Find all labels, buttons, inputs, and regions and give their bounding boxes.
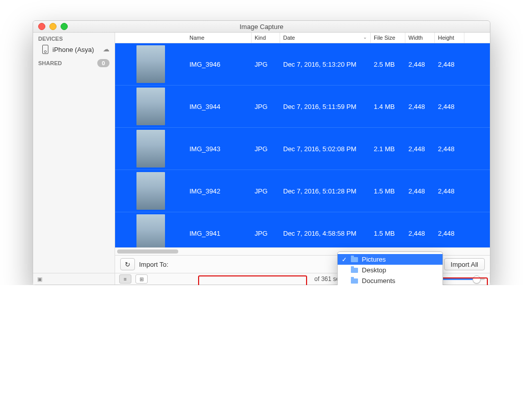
- sidebar-section-devices: DEVICES: [33, 33, 115, 43]
- menu-item-folder[interactable]: Documents: [338, 275, 443, 285]
- menu-item-label: Documents: [362, 277, 396, 285]
- folder-icon: [351, 257, 358, 262]
- thumbnail-image: [136, 214, 165, 247]
- table-row[interactable]: IMG_3941JPGDec 7, 2016, 4:58:58 PM1.5 MB…: [115, 212, 490, 247]
- name-cell: IMG_3944: [186, 103, 252, 110]
- thumbnail-image: [136, 45, 165, 83]
- name-cell: IMG_3942: [186, 187, 252, 195]
- folder-icon: [351, 278, 358, 284]
- shared-label: SHARED: [38, 60, 62, 66]
- kind-cell: JPG: [252, 61, 280, 68]
- thumbnail-size-slider[interactable]: [436, 278, 485, 280]
- col-height[interactable]: Height: [435, 33, 464, 43]
- phone-icon: [42, 45, 48, 54]
- height-cell: 2,448: [435, 145, 464, 153]
- thumb-cell: [115, 130, 186, 167]
- check-icon: ✓: [342, 256, 347, 263]
- sidebar: DEVICES iPhone (Asya) ☁ SHARED 0 ▣: [33, 33, 115, 285]
- cloud-icon: ☁: [103, 45, 109, 53]
- col-thumb[interactable]: [115, 33, 186, 43]
- width-cell: 2,448: [405, 145, 435, 153]
- kind-cell: JPG: [252, 103, 280, 110]
- width-cell: 2,448: [405, 103, 435, 110]
- size-cell: 2.5 MB: [371, 61, 405, 68]
- thumb-cell: [115, 88, 186, 125]
- import-to-menu: ✓PicturesDesktopDocumentsMoviesDownloads…: [337, 251, 443, 285]
- slider-knob[interactable]: [473, 275, 481, 284]
- date-cell: Dec 7, 2016, 5:11:59 PM: [280, 103, 371, 110]
- sidebar-section-shared: SHARED 0: [33, 56, 115, 68]
- list-view-button[interactable]: ≡: [119, 274, 131, 284]
- col-size[interactable]: File Size: [371, 33, 405, 43]
- date-cell: Dec 7, 2016, 5:02:08 PM: [280, 145, 371, 153]
- window-title: Image Capture: [33, 23, 490, 31]
- import-to-label: Import To:: [139, 261, 169, 268]
- menu-item-folder[interactable]: ✓Pictures: [338, 254, 443, 265]
- width-cell: 2,448: [405, 230, 435, 237]
- col-name[interactable]: Name: [186, 33, 252, 43]
- sidebar-item-device[interactable]: iPhone (Asya) ☁: [33, 43, 115, 56]
- col-kind[interactable]: Kind: [252, 33, 280, 43]
- name-cell: IMG_3946: [186, 61, 252, 68]
- kind-cell: JPG: [252, 187, 280, 195]
- menu-item-label: Desktop: [362, 266, 387, 274]
- kind-cell: JPG: [252, 145, 280, 153]
- import-all-button[interactable]: Import All: [444, 258, 485, 270]
- date-cell: Dec 7, 2016, 5:01:28 PM: [280, 187, 371, 195]
- grid-view-button[interactable]: ⊞: [135, 274, 148, 284]
- table-row[interactable]: IMG_3944JPGDec 7, 2016, 5:11:59 PM1.4 MB…: [115, 86, 490, 128]
- col-date[interactable]: Date⌄: [280, 33, 371, 43]
- size-cell: 1.5 MB: [371, 230, 405, 237]
- date-cell: Dec 7, 2016, 4:58:58 PM: [280, 230, 371, 237]
- shared-count-badge: 0: [97, 59, 109, 67]
- table-row[interactable]: IMG_3943JPGDec 7, 2016, 5:02:08 PM2.1 MB…: [115, 128, 490, 170]
- menu-item-folder[interactable]: Desktop: [338, 265, 443, 275]
- width-cell: 2,448: [405, 187, 435, 195]
- table-row[interactable]: IMG_3946JPGDec 7, 2016, 5:13:20 PM2.5 MB…: [115, 43, 490, 86]
- device-label: iPhone (Asya): [52, 46, 94, 53]
- thumbnail-image: [136, 172, 165, 210]
- col-width[interactable]: Width: [405, 33, 435, 43]
- height-cell: 2,448: [435, 103, 464, 110]
- thumb-cell: [115, 45, 186, 83]
- size-cell: 2.1 MB: [371, 145, 405, 153]
- main-pane: Name Kind Date⌄ File Size Width Height I…: [115, 33, 490, 285]
- thumbnail-image: [136, 88, 165, 125]
- rotate-button[interactable]: ↻: [120, 258, 135, 270]
- bottom-toolbar: ↻ Import To: ✓PicturesDesktopDocumentsMo…: [115, 255, 490, 273]
- file-list[interactable]: IMG_3946JPGDec 7, 2016, 5:13:20 PM2.5 MB…: [115, 43, 490, 247]
- size-cell: 1.4 MB: [371, 103, 405, 110]
- titlebar: Image Capture: [33, 21, 490, 33]
- folder-icon: [351, 268, 358, 273]
- date-cell: Dec 7, 2016, 5:13:20 PM: [280, 61, 371, 68]
- width-cell: 2,448: [405, 61, 435, 68]
- name-cell: IMG_3943: [186, 145, 252, 153]
- kind-cell: JPG: [252, 230, 280, 237]
- thumbnail-image: [136, 130, 165, 167]
- sidebar-footer: ▣: [33, 273, 115, 285]
- size-cell: 1.5 MB: [371, 187, 405, 195]
- menu-item-label: Pictures: [362, 256, 386, 263]
- show-button-icon[interactable]: ▣: [37, 276, 42, 283]
- height-cell: 2,448: [435, 230, 464, 237]
- height-cell: 2,448: [435, 61, 464, 68]
- import-to-dropdown[interactable]: ✓PicturesDesktopDocumentsMoviesDownloads…: [173, 259, 278, 270]
- scroll-thumb[interactable]: [117, 249, 178, 254]
- table-row[interactable]: IMG_3942JPGDec 7, 2016, 5:01:28 PM1.5 MB…: [115, 170, 490, 212]
- height-cell: 2,448: [435, 187, 464, 195]
- app-window: Image Capture DEVICES iPhone (Asya) ☁ SH…: [33, 20, 490, 285]
- name-cell: IMG_3941: [186, 230, 252, 237]
- thumb-cell: [115, 214, 186, 247]
- thumb-cell: [115, 172, 186, 210]
- sort-indicator-icon: ⌄: [363, 35, 367, 40]
- column-headers: Name Kind Date⌄ File Size Width Height: [115, 33, 490, 43]
